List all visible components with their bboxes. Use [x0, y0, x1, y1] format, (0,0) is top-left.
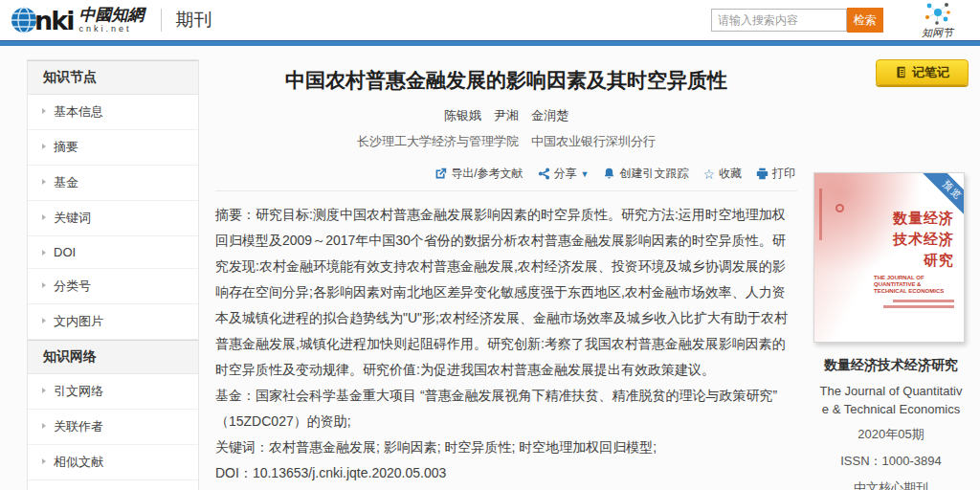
cnki-node-link[interactable]: 知网节 — [922, 0, 953, 40]
cnki-chinese-name: 中國知網 — [78, 7, 144, 23]
sidebar-item-citation-network[interactable]: 引文网络 — [28, 374, 198, 410]
abstract-paragraph: 摘要：研究目标:测度中国农村普惠金融发展影响因素的时空异质性。研究方法:运用时空… — [215, 202, 797, 383]
abstract-label: 摘要： — [215, 207, 256, 222]
sidebar-item-doi[interactable]: DOI — [28, 236, 198, 269]
keywords-paragraph: 关键词：农村普惠金融发展; 影响因素; 时空异质性; 时空地理加权回归模型; — [215, 434, 797, 460]
article-title: 中国农村普惠金融发展的影响因素及其时空异质性 — [215, 67, 797, 94]
clc-paragraph: 分类号：F323;F832 — [215, 486, 797, 490]
doi-paragraph: DOI：10.13653/j.cnki.jqte.2020.05.003 — [215, 460, 797, 486]
top-header: nki 中國知網 cnki.net 期刊 检索 知网节 — [0, 0, 980, 40]
header-divider — [161, 9, 162, 32]
share-button[interactable]: 分享▼ — [538, 166, 590, 182]
article-body: 摘要：研究目标:测度中国农村普惠金融发展影响因素的时空异质性。研究方法:运用时空… — [215, 202, 797, 490]
sidebar-item-reader-recommendation[interactable]: 读者推荐 — [28, 480, 198, 490]
sidebar-section-knowledge-network: 知识网络 — [28, 340, 198, 374]
cnki-node-label: 知网节 — [922, 26, 953, 40]
cover-english-title: THE JOURNAL OF QUANTITATIVE & TECHNICAL … — [874, 275, 954, 295]
export-icon — [434, 167, 447, 180]
sidebar-section-knowledge-nodes: 知识节点 — [28, 60, 198, 95]
cover-title: 数量经济 技术经济 研究 — [893, 208, 954, 271]
bell-icon — [603, 167, 615, 180]
sidebar-item-similar-literature[interactable]: 相似文献 — [28, 445, 198, 480]
search-input[interactable] — [711, 9, 847, 32]
sidebar-item-keywords[interactable]: 关键词 — [28, 201, 198, 236]
notebook-icon — [895, 66, 907, 78]
doi-label: DOI： — [215, 465, 253, 480]
export-references-button[interactable]: 导出/参考文献 — [434, 166, 523, 182]
cover-publisher-lines — [883, 300, 954, 311]
journal-cover[interactable]: 数量经济 技术经济 研究 THE JOURNAL OF QUANTITATIVE… — [813, 172, 965, 343]
share-icon — [538, 167, 550, 180]
print-button[interactable]: 打印 — [756, 166, 795, 182]
network-node-icon — [923, 0, 953, 25]
section-journal-label: 期刊 — [175, 8, 212, 33]
citation-alert-button[interactable]: 创建引文跟踪 — [603, 166, 688, 182]
sidebar-item-figures[interactable]: 文内图片 — [28, 304, 198, 340]
sidebar-item-fund[interactable]: 基金 — [28, 166, 198, 201]
share-caret-icon: ▼ — [581, 169, 590, 179]
article-toolbar: 导出/参考文献 分享▼ 创建引文跟踪 ☆ 收藏 打印 — [215, 160, 797, 191]
sidebar-item-clc[interactable]: 分类号 — [28, 269, 198, 304]
search-button[interactable]: 检索 — [847, 8, 883, 33]
journal-issue[interactable]: 2020年05期 — [813, 426, 969, 443]
sidebar-item-abstract[interactable]: 摘要 — [28, 130, 198, 166]
cnki-wordmark: nki — [34, 6, 73, 35]
journal-name[interactable]: 数量经济技术经济研究 — [817, 356, 965, 374]
article-affiliations[interactable]: 长沙理工大学经济与管理学院 中国农业银行深圳分行 — [215, 133, 797, 150]
doi-value: 10.13653/j.cnki.jqte.2020.05.003 — [253, 465, 446, 480]
sidebar-item-related-authors[interactable]: 关联作者 — [28, 410, 198, 445]
search-box: 检索 — [711, 8, 883, 33]
fund-text: 国家社会科学基金重大项目 “普惠金融发展视角下精准扶贫、精准脱贫的理论与政策研究… — [215, 388, 777, 429]
journal-name-english: The Journal of Quantitative & Technical … — [819, 382, 963, 418]
cover-publisher-logo — [835, 204, 844, 212]
article-authors[interactable]: 陈银娥 尹湘 金润楚 — [215, 107, 797, 124]
article-main: 中国农村普惠金融发展的影响因素及其时空异质性 陈银娥 尹湘 金润楚 长沙理工大学… — [215, 59, 797, 490]
cover-spine-decoration — [819, 189, 822, 240]
page-content: 知识节点 基本信息 摘要 基金 关键词 DOI 分类号 文内图片 知识网络 引文… — [0, 46, 980, 490]
fund-paragraph: 基金：国家社会科学基金重大项目 “普惠金融发展视角下精准扶贫、精准脱贫的理论与政… — [215, 383, 797, 434]
favorite-button[interactable]: ☆ 收藏 — [702, 166, 742, 182]
journal-meta: 数量经济技术经济研究 The Journal of Quantitative &… — [813, 356, 969, 490]
star-icon: ☆ — [702, 167, 715, 181]
journal-issn: ISSN：1000-3894 — [813, 453, 969, 470]
sidebar-item-basic-info[interactable]: 基本信息 — [28, 95, 198, 130]
take-notes-button[interactable]: 记笔记 — [876, 59, 969, 85]
keywords-text: 农村普惠金融发展; 影响因素; 时空异质性; 时空地理加权回归模型; — [269, 439, 657, 455]
journal-core-badge: 中文核心期刊 — [813, 479, 969, 490]
fund-label: 基金： — [215, 388, 256, 403]
printer-icon — [756, 167, 768, 180]
keywords-label: 关键词： — [215, 439, 269, 455]
cnki-domain: cnki.net — [78, 25, 144, 33]
cnki-logo[interactable]: nki 中國知網 cnki.net — [10, 6, 144, 35]
journal-panel: 数量经济 技术经济 研究 THE JOURNAL OF QUANTITATIVE… — [813, 59, 969, 490]
abstract-text: 研究目标:测度中国农村普惠金融发展影响因素的时空异质性。研究方法:运用时空地理加… — [215, 207, 788, 377]
sidebar: 知识节点 基本信息 摘要 基金 关键词 DOI 分类号 文内图片 知识网络 引文… — [27, 59, 199, 490]
